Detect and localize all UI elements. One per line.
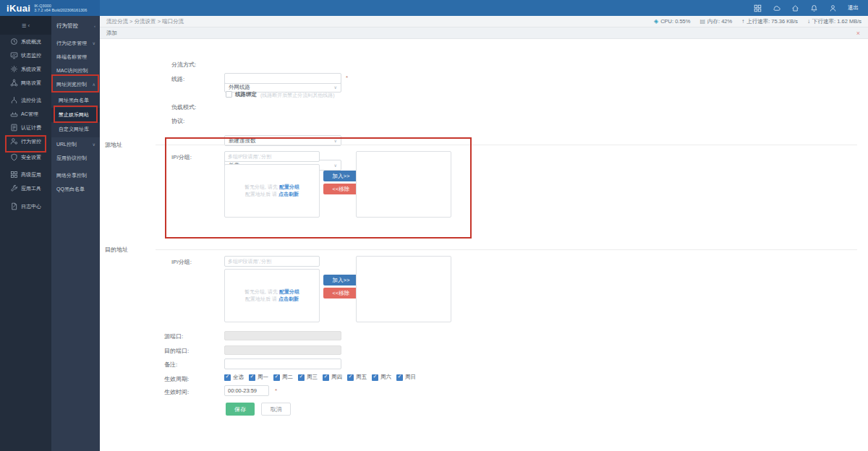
- device-info: IK-Q3000 3.7.2 x64 Build202306161306: [34, 4, 87, 13]
- wrench-icon: [10, 184, 18, 192]
- sidebar-item-system-overview[interactable]: 系统概况: [0, 35, 51, 48]
- arrow-down-icon: ↓: [807, 18, 810, 25]
- network-icon: [10, 79, 18, 87]
- chevron-down-icon: ∨: [334, 163, 337, 168]
- destination-port-label: 目的端口:: [164, 347, 189, 355]
- source-address-section-label: 源地址: [105, 141, 122, 149]
- submenu-item-url-control[interactable]: URL控制∨: [51, 137, 100, 151]
- billing-card-icon: [10, 124, 18, 132]
- submenu-item-app-protocol-control[interactable]: 应用协议控制: [51, 151, 100, 165]
- checked-checkbox-icon: [298, 374, 305, 381]
- submenu-item-qq-blackwhite-list[interactable]: QQ黑白名单: [51, 182, 100, 196]
- load-mode-label: 负载模式:: [171, 103, 196, 111]
- download-rate: ↓下行速率: 1.62 MB/s: [807, 18, 861, 25]
- line-bind-checkbox[interactable]: [226, 91, 232, 98]
- cancel-button[interactable]: 取消: [261, 403, 291, 416]
- remark-label: 备注:: [164, 361, 177, 369]
- sidebar-item-log-center[interactable]: 日志中心: [0, 199, 51, 213]
- user-icon[interactable]: [829, 4, 837, 12]
- week-checkbox-wed[interactable]: 周三: [298, 374, 318, 381]
- destination-remove-button[interactable]: <<移除: [323, 288, 359, 298]
- destination-selected-listbox[interactable]: [356, 256, 451, 322]
- sidebar-item-security-settings[interactable]: 安全设置: [0, 150, 51, 164]
- cpu-status: ◈CPU: 0.55%: [654, 18, 690, 25]
- source-selected-listbox[interactable]: [356, 151, 451, 218]
- submenu-item-url-blackwhite-list[interactable]: 网址黑白名单: [51, 93, 100, 108]
- week-checkbox-fri[interactable]: 周五: [347, 374, 367, 381]
- chevron-down-icon: ∨: [334, 85, 337, 90]
- sidebar-menu: 系统概况 状态监控 系统设置 网络设置 流控分流 AC管理 认证计费 行为管控 …: [0, 35, 51, 213]
- line-input[interactable]: [224, 73, 341, 84]
- main-content: 流控分流 > 分流设置 > 端口分流 ◈CPU: 0.55% ▤内存: 42% …: [100, 16, 868, 451]
- checked-checkbox-icon: [224, 374, 231, 381]
- cpu-icon: ◈: [654, 18, 658, 25]
- chevron-left-icon: ‹: [94, 24, 95, 28]
- submenu-item-custom-url-library[interactable]: 自定义网址库: [51, 122, 100, 137]
- source-port-input: [224, 331, 341, 340]
- memory-status: ▤内存: 42%: [699, 18, 732, 25]
- week-checkbox-sun[interactable]: 周日: [396, 374, 416, 381]
- destination-listbox-hint: 暂无分组, 请先 配置分组 配置地址后 请 点击刷新: [244, 288, 299, 303]
- ikuai-admin-page: iKuai IK-Q3000 3.7.2 x64 Build2023061613…: [0, 0, 868, 451]
- submenu-item-mac-access-control[interactable]: MAC访问控制: [51, 64, 100, 77]
- home-icon[interactable]: [791, 4, 799, 12]
- week-checkbox-tue[interactable]: 周二: [273, 374, 293, 381]
- flow-split-icon: [10, 96, 18, 104]
- apps-grid-icon[interactable]: [754, 4, 762, 12]
- sidebar-item-ac-management[interactable]: AC管理: [0, 107, 51, 121]
- week-checkbox-mon[interactable]: 周一: [249, 374, 268, 381]
- checked-checkbox-icon: [372, 374, 378, 381]
- source-port-label: 源端口:: [164, 332, 183, 340]
- submenu-item-block-entertainment-sites[interactable]: 禁止娱乐网站: [51, 108, 100, 122]
- destination-group-listbox[interactable]: 暂无分组, 请先 配置分组 配置地址后 请 点击刷新: [224, 269, 320, 322]
- refresh-link[interactable]: 点击刷新: [278, 192, 299, 197]
- week-checkbox-sat[interactable]: 周六: [372, 374, 391, 381]
- remark-input[interactable]: [224, 358, 341, 369]
- sidebar-item-behavior-control[interactable]: 行为管控: [0, 134, 51, 148]
- chevron-down-icon: ∨: [93, 142, 95, 147]
- upload-rate: ↑上行速率: 75.36 KB/s: [741, 18, 798, 25]
- sidebar-item-network-settings[interactable]: 网络设置: [0, 76, 51, 90]
- required-mark: *: [346, 74, 348, 81]
- source-listbox-hint: 暂无分组, 请先 配置分组 配置地址后 请 点击刷新: [244, 184, 299, 198]
- bell-icon[interactable]: [810, 4, 818, 12]
- sidebar-item-advanced-apps[interactable]: 高级应用: [0, 168, 51, 181]
- submenu-item-url-browse-control[interactable]: 网址浏览控制∧: [51, 77, 100, 91]
- secondary-sidebar: 行为管控‹ 行为记录管理∨ 终端名称管理 MAC访问控制 网址浏览控制∧ 网址黑…: [51, 16, 100, 451]
- week-checkbox-thu[interactable]: 周四: [323, 374, 342, 381]
- sidebar-item-status-monitor[interactable]: 状态监控: [0, 48, 51, 62]
- configure-group-link[interactable]: 配置分组: [279, 289, 299, 294]
- sidebar-item-system-settings[interactable]: 系统设置: [0, 62, 51, 76]
- configure-group-link[interactable]: 配置分组: [279, 184, 299, 189]
- destination-add-button[interactable]: 加入>>: [323, 275, 359, 285]
- week-checkbox-all[interactable]: 全选: [224, 374, 244, 381]
- source-remove-button[interactable]: <<移除: [323, 184, 359, 194]
- save-button[interactable]: 保存: [226, 403, 255, 416]
- source-group-listbox[interactable]: 暂无分组, 请先 配置分组 配置地址后 请 点击刷新: [224, 164, 320, 218]
- submenu-title-behavior-control[interactable]: 行为管控‹: [51, 16, 100, 36]
- effective-week-label: 生效周期:: [164, 375, 189, 383]
- sidebar-item-auth-billing[interactable]: 认证计费: [0, 121, 51, 134]
- destination-ip-group-label: IP/分组:: [171, 258, 192, 266]
- section-divider: [156, 145, 857, 145]
- chevron-down-icon: ∨: [93, 40, 95, 46]
- submenu-item-behavior-records[interactable]: 行为记录管理∨: [51, 36, 100, 50]
- sidebar-item-flow-control[interactable]: 流控分流: [0, 93, 51, 107]
- submenu-item-terminal-names[interactable]: 终端名称管理: [51, 50, 100, 64]
- close-icon[interactable]: ×: [856, 30, 860, 37]
- logout-button[interactable]: 退出: [848, 4, 859, 12]
- checked-checkbox-icon: [249, 374, 255, 381]
- memory-icon: ▤: [699, 18, 705, 25]
- submenu-item-network-share-control[interactable]: 网络分享控制: [51, 168, 100, 182]
- refresh-link[interactable]: 点击刷新: [278, 296, 299, 301]
- destination-ip-group-input[interactable]: [224, 256, 320, 267]
- log-document-icon: [10, 202, 18, 210]
- sidebar-item-app-tools[interactable]: 应用工具: [0, 181, 51, 195]
- required-mark: *: [275, 387, 277, 394]
- cloud-icon[interactable]: [773, 4, 780, 12]
- effective-time-input[interactable]: [224, 385, 269, 396]
- sidebar-collapse-button[interactable]: ≡‹: [0, 16, 51, 35]
- system-statusbar: ◈CPU: 0.55% ▤内存: 42% ↑上行速率: 75.36 KB/s ↓…: [654, 18, 861, 25]
- source-add-button[interactable]: 加入>>: [323, 171, 359, 181]
- source-ip-group-input[interactable]: [224, 151, 320, 162]
